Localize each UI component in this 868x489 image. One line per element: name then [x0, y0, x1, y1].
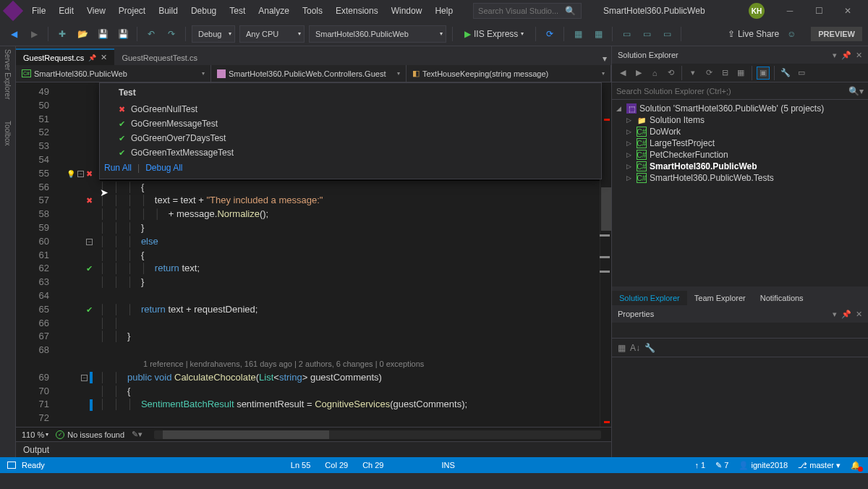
tool-icon[interactable]: ▭ [659, 26, 675, 42]
wrench-icon[interactable]: 🔧 [779, 67, 792, 80]
menu-debug[interactable]: Debug [185, 3, 222, 19]
test-row[interactable]: ✖GoGreenNullTest [100, 102, 601, 116]
show-all-icon[interactable]: ▦ [734, 67, 747, 80]
notifications-icon[interactable]: 🔔 [851, 461, 861, 470]
pass-icon[interactable]: ✔ [86, 305, 93, 315]
expand-icon[interactable]: ◢ [616, 105, 624, 112]
close-icon[interactable]: ✕ [856, 51, 862, 60]
menu-tools[interactable]: Tools [297, 3, 328, 19]
fold-icon[interactable]: − [77, 171, 84, 177]
props-combo[interactable] [612, 323, 868, 339]
redo-icon[interactable]: ↷ [163, 26, 179, 42]
expand-icon[interactable]: ▷ [626, 174, 634, 182]
tab-notifications[interactable]: Notifications [753, 291, 811, 305]
open-icon[interactable]: 📂 [75, 26, 90, 42]
search-icon[interactable]: 🔍▾ [848, 86, 864, 96]
test-row[interactable]: ✔GoGreenMessageTest [100, 116, 601, 131]
tool-icon[interactable]: ▭ [618, 26, 634, 42]
categorize-icon[interactable]: ▦ [618, 343, 626, 353]
fail-icon[interactable]: ✖ [86, 196, 93, 205]
close-icon[interactable]: ✕ [856, 310, 862, 319]
scroll-thumb[interactable] [601, 187, 611, 231]
publish-icon[interactable]: ↑ 1 [695, 461, 706, 469]
nav-fwd-icon[interactable]: ▶ [26, 26, 42, 42]
expand-icon[interactable]: ▷ [626, 128, 634, 135]
fold-icon[interactable]: − [81, 375, 88, 381]
horizontal-scrollbar[interactable] [154, 430, 601, 439]
fold-icon[interactable]: − [86, 239, 93, 245]
test-row[interactable]: ✔GoGreenTextMessageTest [100, 145, 601, 160]
refresh-icon[interactable]: ⟳ [702, 67, 715, 80]
preview-button[interactable]: PREVIEW [811, 27, 862, 41]
codelens[interactable]: 1 reference | kendrahavens, 161 days ago… [100, 357, 600, 371]
quick-launch[interactable]: 🔍 [473, 3, 582, 19]
tree-item[interactable]: ▷C#PetCheckerFunction [612, 149, 868, 161]
menu-project[interactable]: Project [113, 3, 151, 19]
menu-extensions[interactable]: Extensions [330, 3, 384, 19]
close-button[interactable]: ✕ [833, 0, 862, 22]
tool-icon[interactable]: ▭ [639, 26, 655, 42]
fail-icon[interactable]: ✖ [86, 169, 93, 179]
menu-analyze[interactable]: Analyze [252, 3, 295, 19]
refresh-icon[interactable]: ⟳ [542, 26, 558, 42]
toolbox-tab[interactable]: Toolbox [4, 121, 12, 145]
tree-item[interactable]: ▷C#DoWork [612, 126, 868, 137]
close-icon[interactable]: ✕ [101, 53, 107, 62]
solution-root[interactable]: ◢ ⬚ Solution 'SmartHotel360.PublicWeb' (… [612, 103, 868, 114]
tool-icon[interactable]: ▭ [795, 67, 808, 80]
tree-item[interactable]: ▷C#LargeTestProject [612, 137, 868, 149]
nav-project-dropdown[interactable]: C# SmartHotel360.PublicWeb [16, 65, 211, 82]
sort-icon[interactable]: A↓ [630, 343, 640, 353]
menu-edit[interactable]: Edit [53, 3, 80, 19]
wrench-icon[interactable]: 🔧 [644, 343, 655, 353]
nav-class-dropdown[interactable]: SmartHotel360.PublicWeb.Controllers.Gues… [211, 65, 407, 82]
expand-icon[interactable]: ▷ [626, 140, 634, 147]
menu-file[interactable]: File [26, 3, 51, 19]
expand-icon[interactable]: ▷ [626, 163, 634, 170]
nav-member-dropdown[interactable]: ◧ TextHouseKeeping(string message) [407, 65, 611, 82]
tree-item[interactable]: ▷C#SmartHotel360.PublicWeb [612, 161, 868, 172]
pass-icon[interactable]: ✔ [86, 264, 93, 273]
collapse-icon[interactable]: ⊟ [718, 67, 731, 80]
pin-icon[interactable]: 📌 [88, 54, 96, 61]
run-all-link[interactable]: Run All [104, 163, 132, 173]
tab-guestrequesttest[interactable]: GuestRequestTest.cs [114, 51, 205, 65]
undo-icon[interactable]: ↶ [143, 26, 159, 42]
solution-search-input[interactable] [616, 87, 848, 95]
debug-all-link[interactable]: Debug All [145, 163, 182, 173]
save-icon[interactable]: 💾 [95, 26, 111, 42]
home-icon[interactable]: ⌂ [648, 67, 661, 80]
pin-icon[interactable]: 📌 [841, 51, 851, 60]
pin-icon[interactable]: 📌 [841, 310, 851, 319]
tab-guestrequest[interactable]: GuestRequest.cs 📌 ✕ [16, 48, 114, 65]
fwd-icon[interactable]: ▶ [632, 67, 645, 80]
minimize-button[interactable]: ─ [775, 0, 804, 22]
new-item-icon[interactable]: ✚ [54, 26, 70, 42]
live-share-button[interactable]: ⇪ Live Share [728, 29, 779, 39]
expand-icon[interactable]: ▷ [626, 116, 634, 124]
tool-icon[interactable]: ▾ [686, 67, 699, 80]
startup-dropdown[interactable]: SmartHotel360.PublicWeb [309, 25, 446, 43]
properties-icon[interactable]: ▣ [757, 67, 770, 80]
menu-build[interactable]: Build [153, 3, 184, 19]
chevron-down-icon[interactable]: ▾ [833, 51, 837, 60]
back-icon[interactable]: ◀ [616, 67, 629, 80]
tree-item[interactable]: ▷📁Solution Items [612, 114, 868, 126]
nav-back-icon[interactable]: ◀ [6, 26, 22, 42]
menu-test[interactable]: Test [224, 3, 251, 19]
chevron-down-icon[interactable]: ▾ [833, 310, 837, 319]
user-avatar[interactable]: KH [749, 3, 765, 19]
tab-overflow-icon[interactable]: ▾ [598, 52, 611, 65]
user-indicator[interactable]: 👤 ignite2018 [739, 461, 788, 470]
save-all-icon[interactable]: 💾 [115, 26, 131, 42]
search-icon[interactable]: 🔍 [565, 6, 576, 16]
tab-solution-explorer[interactable]: Solution Explorer [612, 291, 687, 305]
pending-edits[interactable]: ✎ 7 [715, 461, 728, 470]
platform-dropdown[interactable]: Any CPU [239, 25, 305, 43]
error-marker[interactable] [604, 421, 610, 423]
lightbulb-icon[interactable]: 💡 [67, 170, 75, 178]
server-explorer-tab[interactable]: Server Explorer [4, 49, 12, 99]
sync-icon[interactable]: ⟲ [664, 67, 677, 80]
menu-help[interactable]: Help [429, 3, 459, 19]
branch-indicator[interactable]: ⎇ master ▾ [798, 461, 841, 470]
